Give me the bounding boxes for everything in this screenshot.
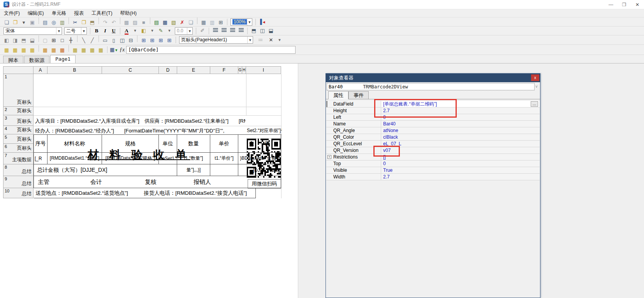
tab-script[interactable]: 脚本	[3, 56, 23, 63]
header-cell-qty[interactable]: 数量	[177, 135, 210, 153]
more-options-icon[interactable]: ▾	[276, 36, 283, 44]
column-header-d[interactable]: D	[159, 66, 177, 74]
column-header-h[interactable]: H	[242, 66, 246, 74]
border-outer-icon[interactable]: □	[58, 37, 66, 44]
valign-middle-icon[interactable]: ◫	[259, 27, 266, 35]
inspector-title-bar[interactable]: 对象查看器	[326, 74, 540, 82]
bold-button[interactable]: B	[93, 27, 100, 35]
insert-table-icon[interactable]: ▦	[161, 19, 169, 26]
data-cell[interactable]: [RMDBDataSet1.“规格”]	[102, 153, 159, 164]
band-row-4[interactable]: 4页标头	[3, 126, 33, 134]
property-row[interactable]: +QR_EccLevel eL_07_L…	[326, 141, 540, 147]
sign-label[interactable]: 主管	[38, 178, 49, 186]
summary-cell-empty[interactable]	[210, 164, 238, 176]
spacing-select[interactable]: 0.0 ▼	[175, 27, 193, 35]
print-icon[interactable]: ▤	[41, 19, 49, 26]
data-cell[interactable]: ataSet1.“	[159, 153, 177, 164]
insert-row-below-icon[interactable]: ▦	[11, 46, 19, 54]
column-header-e[interactable]: E	[177, 66, 210, 74]
delete-report-icon[interactable]: ✗	[178, 19, 186, 26]
exit-icon[interactable]: ▐◄	[258, 18, 266, 26]
maximize-button[interactable]: ❐	[618, 0, 631, 9]
band-new-icon[interactable]: ▦	[71, 46, 79, 54]
open-dropdown-icon[interactable]: ▾	[20, 19, 28, 26]
fill-color-icon[interactable]: ◧	[140, 27, 148, 35]
apply-formula-icon[interactable]: ▦▼	[110, 46, 118, 54]
menu-item[interactable]: 工具栏(T)	[88, 9, 116, 18]
new-icon[interactable]: ❏	[3, 19, 11, 26]
report-row4-text[interactable]: 经办人：[RMDBDataSet2.“经办人”] [FormatDateTime…	[35, 127, 245, 134]
line-color-dropdown-icon[interactable]: ▾	[165, 27, 173, 35]
chevron-down-icon[interactable]: ˅	[534, 83, 539, 90]
delete-col-icon[interactable]: ▦	[50, 46, 58, 54]
add-column-icon[interactable]: ⊞	[157, 37, 165, 44]
column-header-i[interactable]: I	[246, 66, 281, 74]
header-cell-xuhao[interactable]: 序号	[34, 135, 48, 153]
grid-corner[interactable]	[3, 66, 33, 74]
cut-icon[interactable]: ✂	[71, 19, 79, 26]
paste-icon[interactable]: ⬒	[88, 19, 96, 26]
menu-item[interactable]: 报表	[70, 9, 88, 18]
property-row[interactable]: +QR_Angle atNone…	[326, 127, 540, 134]
column-header-f[interactable]: F	[210, 66, 238, 74]
fill-color-dropdown-icon[interactable]: ▾	[148, 27, 156, 35]
object-selector[interactable]: Bar40 TRMBarcode2DView	[327, 83, 535, 90]
tab-datasource[interactable]: 数据源	[24, 56, 49, 63]
band-row-10[interactable]: 10总结	[3, 188, 33, 198]
insert-new-icon[interactable]: ▧	[170, 19, 178, 26]
band-selector[interactable]: 页标头(PageHeader1) ▼	[179, 36, 253, 44]
band-copy-icon[interactable]: ▦	[80, 46, 88, 54]
header-cell-price[interactable]: 单价	[210, 135, 238, 153]
report-row3-text[interactable]: 入库项目：[RMDBDataSet2.“入库项目或仓库”] 供应商：[RMDBD…	[35, 118, 245, 125]
border-inner-icon[interactable]: ╋	[67, 37, 75, 44]
zoom-select[interactable]: 100% ▼	[231, 18, 252, 26]
ellipsis-button[interactable]: …	[531, 101, 538, 107]
insert-col-left-icon[interactable]: ▦	[20, 46, 28, 54]
column-header-c[interactable]: C	[102, 66, 159, 74]
add-row-icon[interactable]: ⊞	[165, 37, 173, 44]
menu-item[interactable]: 文件(F)	[0, 9, 24, 18]
format-painter-icon[interactable]: ✐	[199, 27, 206, 35]
show-grid-icon[interactable]: ▦	[200, 19, 208, 26]
column-header-g[interactable]: G	[238, 66, 242, 74]
valign-top-icon[interactable]: ⬒	[250, 27, 258, 35]
border-all-icon[interactable]: ⊞	[50, 37, 58, 44]
insert-cell-right-icon[interactable]: ⊞	[148, 37, 156, 44]
data-cell[interactable]: )BDataSet1.“金额”]	[238, 153, 281, 164]
align-center-icon[interactable]	[220, 27, 228, 35]
band-row-6[interactable]: 6页标头	[3, 144, 33, 153]
font-name-select[interactable]: 宋体 ▼	[4, 27, 62, 35]
delete-cell-icon[interactable]: ▦	[58, 46, 66, 54]
line-style-button[interactable]: ∶∶∶∶	[255, 36, 266, 44]
open-icon[interactable]: ❐	[11, 19, 19, 26]
data-cell[interactable]: t1.“数量”]	[177, 153, 210, 164]
insert-row-above-icon[interactable]: ▦	[3, 46, 11, 54]
tab-properties[interactable]: 属性	[328, 91, 348, 99]
menu-item[interactable]: 编辑(E)	[24, 9, 48, 18]
undo-icon[interactable]: ↶	[110, 19, 118, 26]
delivery-row[interactable]: 送货地点：[RMDBDataSet2.“送货地点”] 接货人电话：[RMDBDa…	[34, 188, 256, 198]
export-icon[interactable]: ▥	[58, 19, 66, 26]
sign-label[interactable]: 复核	[145, 178, 157, 186]
property-row[interactable]: +Visible True…	[326, 167, 540, 174]
summary-cell-qty-sum[interactable]: 量”],,,)]	[177, 164, 210, 176]
copy-icon[interactable]: ❐	[80, 19, 88, 26]
property-row[interactable]: +QR_Color clBlack…	[326, 134, 540, 141]
report-row4-right-text[interactable]: Set2.“对应单据”]号	[247, 127, 282, 134]
band-row-2[interactable]: 2页标头	[3, 107, 33, 115]
band-row-7[interactable]: 7主项数据	[3, 153, 33, 164]
menu-item[interactable]: 单元格	[48, 9, 70, 18]
header-cell-amount[interactable]: 金 额	[238, 135, 281, 153]
fill-region-icon[interactable]: ■	[140, 19, 148, 26]
split-vertical-icon[interactable]: ⊟	[127, 37, 135, 44]
border-none-icon[interactable]: ▢	[41, 37, 49, 44]
property-row[interactable]: +Width 2.7…	[326, 174, 540, 180]
insert-cell-left-icon[interactable]: ⊞	[140, 37, 148, 44]
delete-band-button[interactable]: ✕	[267, 36, 275, 44]
merge-vertical-icon[interactable]: ▯	[110, 37, 118, 44]
summary-cell-amount-num[interactable]: [DJJE_Num]	[238, 164, 281, 176]
data-cell[interactable]: [_R	[34, 153, 48, 164]
sign-label[interactable]: 报销人	[194, 178, 211, 186]
align-justify-icon[interactable]	[237, 27, 245, 35]
bring-forward-icon[interactable]: ▨	[131, 19, 139, 26]
